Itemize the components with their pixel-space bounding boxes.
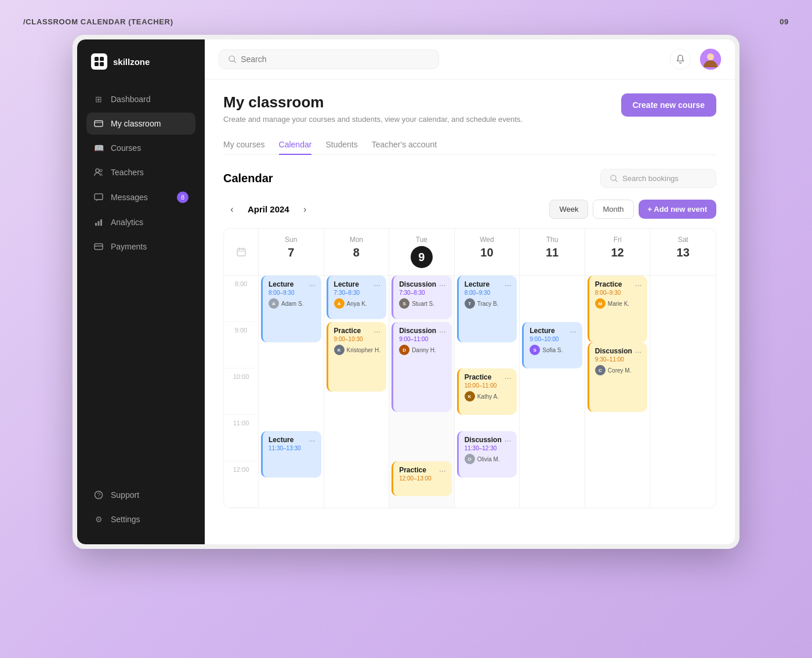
svg-rect-12 [95, 244, 103, 250]
event-discussion-fri[interactable]: Discussion ··· 9:30–11:00 C Corey M. [588, 342, 648, 412]
create-course-button[interactable]: Create new course [621, 93, 717, 117]
messages-badge: 8 [177, 191, 188, 203]
event-discussion-tue-2[interactable]: Discussion ··· 9:00–11:00 D Danny H. [392, 322, 452, 412]
sidebar-label-payments: Payments [111, 242, 147, 251]
event-practice-fri[interactable]: Practice ··· 8:00–9:30 M Marie K. [588, 276, 648, 342]
sidebar-item-support[interactable]: ? Support [86, 484, 195, 506]
page-number: 09 [780, 17, 789, 26]
day-num-2: 9 [411, 246, 433, 268]
top-bar-right [670, 49, 721, 70]
next-month-button[interactable]: › [296, 201, 314, 218]
tab-my-courses[interactable]: My courses [223, 135, 265, 155]
day-col-sun: Lecture ··· 8:00–9:30 A Adam S. [259, 276, 324, 508]
notification-button[interactable] [670, 49, 691, 70]
event-lecture-sun-2[interactable]: Lecture ··· 11:30–13:30 [261, 431, 321, 478]
main-content: My classroom Create and manage your cour… [205, 39, 735, 544]
search-bookings[interactable]: Search bookings [600, 169, 716, 188]
svg-rect-8 [95, 194, 103, 200]
sidebar: skillzone ⊞ Dashboard My classroom [77, 39, 205, 544]
day-header-mon: Mon 8 [324, 229, 390, 275]
avatar[interactable] [700, 49, 721, 70]
day-col-sat [650, 276, 716, 508]
page-title: My classroom [223, 93, 523, 111]
sidebar-label-teachers: Teachers [111, 168, 144, 177]
svg-rect-3 [100, 62, 104, 66]
sidebar-item-analytics[interactable]: Analytics [86, 211, 195, 233]
breadcrumb: /CLASSROOM CALENDAR (TEACHER) [23, 17, 173, 26]
event-practice-wed[interactable]: Practice ··· 10:00–11:00 K Kathy A. [457, 368, 517, 415]
sidebar-item-dashboard[interactable]: ⊞ Dashboard [86, 88, 195, 110]
day-num-1: 8 [329, 246, 385, 259]
calendar-grid: Sun 7 Mon 8 Tue 9 [223, 228, 716, 508]
event-practice-mon[interactable]: Practice ··· 9:00–10:30 K Kristopher H. [327, 322, 387, 392]
tab-teachers-account[interactable]: Teacher's account [372, 135, 437, 155]
sidebar-item-teachers[interactable]: Teachers [86, 161, 195, 183]
svg-point-7 [100, 169, 102, 172]
day-num-6: 13 [655, 246, 711, 259]
day-col-thu: Lecture ··· 9:00–10:00 S Sofia S. [520, 276, 585, 508]
payments-icon [93, 241, 104, 252]
event-practice-tue[interactable]: Practice ··· 12:00–13:00 [392, 461, 452, 496]
event-lecture-sun-1[interactable]: Lecture ··· 8:00–9:30 A Adam S. [261, 276, 321, 342]
search-input[interactable] [241, 55, 429, 64]
day-num-5: 12 [590, 246, 646, 259]
svg-rect-11 [100, 219, 102, 226]
event-discussion-tue-1[interactable]: Discussion ··· 7:30–8:30 S Stuart S. [392, 276, 452, 319]
event-lecture-thu[interactable]: Lecture ··· 9:00–10:00 S Sofia S. [522, 322, 582, 368]
month-nav: ‹ April 2024 › [223, 201, 314, 218]
day-num-0: 7 [263, 246, 319, 259]
sidebar-item-messages[interactable]: Messages 8 [86, 186, 195, 209]
nav-items: ⊞ Dashboard My classroom 📖 Courses [86, 88, 195, 472]
day-header-wed: Wed 10 [455, 229, 520, 275]
courses-icon: 📖 [93, 143, 104, 153]
calendar-icon [234, 245, 248, 259]
svg-line-17 [234, 61, 235, 63]
event-discussion-wed[interactable]: Discussion ··· 11:30–12:30 O Olivia M. [457, 431, 517, 478]
messages-icon [93, 192, 104, 203]
app-frame: skillzone ⊞ Dashboard My classroom [72, 35, 740, 549]
week-view-button[interactable]: Week [549, 200, 588, 219]
tabs: My courses Calendar Students Teacher's a… [223, 135, 716, 155]
prev-month-button[interactable]: ‹ [223, 201, 241, 218]
month-label: April 2024 [248, 204, 289, 214]
month-view-button[interactable]: Month [593, 200, 633, 219]
event-lecture-mon[interactable]: Lecture ··· 7:30–8:30 A Anya K. [327, 276, 387, 319]
time-1200: 12:00 [224, 461, 259, 508]
time-labels: 8:00 9:00 10:00 11:00 12:00 [224, 276, 259, 508]
time-grid: 8:00 9:00 10:00 11:00 12:00 Lectur [224, 276, 716, 508]
sidebar-item-payments[interactable]: Payments [86, 236, 195, 258]
page-content: My classroom Create and manage your cour… [205, 79, 735, 544]
top-bar [205, 39, 735, 79]
bell-icon [676, 55, 685, 64]
time-header-spacer [224, 229, 259, 275]
day-name-3: Wed [459, 236, 515, 244]
svg-line-21 [615, 180, 617, 182]
sidebar-label-analytics: Analytics [111, 218, 143, 227]
day-col-mon: Lecture ··· 7:30–8:30 A Anya K. [324, 276, 390, 508]
sidebar-bottom: ? Support ⚙ Settings [86, 484, 195, 530]
svg-text:?: ? [97, 492, 101, 498]
sidebar-label-dashboard: Dashboard [111, 95, 151, 104]
day-header-tue: Tue 9 [389, 229, 455, 275]
event-lecture-wed[interactable]: Lecture ··· 8:00–9:30 T Tracy B. [457, 276, 517, 342]
view-controls: Week Month + Add new event [549, 200, 716, 219]
tab-students[interactable]: Students [325, 135, 357, 155]
sidebar-item-my-classroom[interactable]: My classroom [86, 113, 195, 135]
add-event-button[interactable]: + Add new event [639, 200, 716, 219]
teachers-icon [93, 167, 104, 178]
tab-calendar[interactable]: Calendar [279, 135, 312, 155]
day-header-fri: Fri 12 [585, 229, 651, 275]
search-box[interactable] [219, 49, 439, 69]
calendar-section: Calendar Search bookings ‹ April [223, 169, 716, 508]
search-bookings-label: Search bookings [622, 174, 679, 183]
sidebar-item-courses[interactable]: 📖 Courses [86, 137, 195, 159]
svg-rect-22 [237, 249, 245, 256]
sidebar-item-settings[interactable]: ⚙ Settings [86, 508, 195, 530]
page-title-section: My classroom Create and manage your cour… [223, 93, 523, 124]
day-name-1: Mon [329, 236, 385, 244]
dashboard-icon: ⊞ [93, 94, 104, 104]
svg-point-6 [96, 169, 99, 172]
calendar-controls: ‹ April 2024 › Week Month + Add new even… [223, 200, 716, 219]
time-900: 9:00 [224, 322, 259, 368]
page-subtitle: Create and manage your courses and stude… [223, 115, 523, 124]
